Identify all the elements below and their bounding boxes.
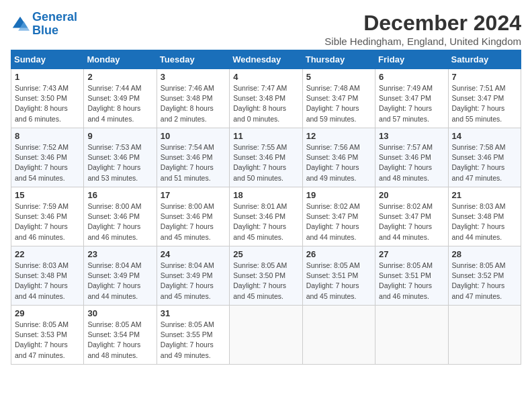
- day-number: 14: [452, 131, 517, 141]
- day-info: Sunrise: 8:03 AM Sunset: 3:48 PM Dayligh…: [15, 261, 80, 302]
- calendar-cell: 2Sunrise: 7:44 AM Sunset: 3:49 PM Daylig…: [84, 69, 157, 128]
- logo-icon: [11, 15, 30, 34]
- calendar-cell: 21Sunrise: 8:03 AM Sunset: 3:48 PM Dayli…: [448, 187, 521, 246]
- day-info: Sunrise: 7:53 AM Sunset: 3:46 PM Dayligh…: [87, 142, 152, 183]
- calendar-week-row: 15Sunrise: 7:59 AM Sunset: 3:46 PM Dayli…: [11, 187, 521, 246]
- calendar-cell: 12Sunrise: 7:56 AM Sunset: 3:46 PM Dayli…: [302, 128, 375, 187]
- logo: General Blue: [11, 11, 77, 38]
- day-info: Sunrise: 7:44 AM Sunset: 3:49 PM Dayligh…: [87, 83, 152, 124]
- day-header-friday: Friday: [375, 50, 448, 69]
- day-info: Sunrise: 8:01 AM Sunset: 3:46 PM Dayligh…: [233, 201, 298, 242]
- day-number: 1: [15, 72, 80, 82]
- calendar-cell: 4Sunrise: 7:47 AM Sunset: 3:48 PM Daylig…: [230, 69, 302, 128]
- calendar-cell: [230, 306, 302, 365]
- day-info: Sunrise: 7:56 AM Sunset: 3:46 PM Dayligh…: [306, 142, 371, 183]
- calendar-cell: 13Sunrise: 7:57 AM Sunset: 3:46 PM Dayli…: [375, 128, 448, 187]
- day-number: 7: [452, 72, 517, 82]
- day-number: 29: [15, 308, 80, 318]
- day-header-sunday: Sunday: [11, 50, 84, 69]
- calendar-cell: 10Sunrise: 7:54 AM Sunset: 3:46 PM Dayli…: [157, 128, 229, 187]
- calendar-cell: 24Sunrise: 8:04 AM Sunset: 3:49 PM Dayli…: [157, 246, 229, 306]
- calendar-cell: 18Sunrise: 8:01 AM Sunset: 3:46 PM Dayli…: [230, 187, 302, 246]
- calendar-cell: 20Sunrise: 8:02 AM Sunset: 3:47 PM Dayli…: [375, 187, 448, 246]
- day-info: Sunrise: 8:02 AM Sunset: 3:47 PM Dayligh…: [306, 201, 371, 242]
- day-info: Sunrise: 7:48 AM Sunset: 3:47 PM Dayligh…: [306, 83, 371, 124]
- day-header-wednesday: Wednesday: [230, 50, 302, 69]
- calendar-cell: [448, 306, 521, 365]
- day-number: 28: [452, 249, 517, 259]
- day-info: Sunrise: 7:43 AM Sunset: 3:50 PM Dayligh…: [15, 83, 80, 124]
- day-number: 3: [161, 72, 226, 82]
- day-header-thursday: Thursday: [302, 50, 375, 69]
- day-number: 26: [306, 249, 371, 259]
- calendar-cell: 9Sunrise: 7:53 AM Sunset: 3:46 PM Daylig…: [84, 128, 157, 187]
- calendar-cell: 16Sunrise: 8:00 AM Sunset: 3:46 PM Dayli…: [84, 187, 157, 246]
- day-info: Sunrise: 8:04 AM Sunset: 3:49 PM Dayligh…: [87, 261, 152, 302]
- day-number: 31: [161, 308, 226, 318]
- day-number: 16: [87, 190, 152, 200]
- day-number: 6: [379, 72, 444, 82]
- day-info: Sunrise: 8:03 AM Sunset: 3:48 PM Dayligh…: [452, 201, 517, 242]
- day-number: 19: [306, 190, 371, 200]
- day-number: 21: [452, 190, 517, 200]
- day-number: 10: [161, 131, 226, 141]
- calendar-cell: 26Sunrise: 8:05 AM Sunset: 3:51 PM Dayli…: [302, 246, 375, 306]
- day-header-monday: Monday: [84, 50, 157, 69]
- day-number: 25: [233, 249, 298, 259]
- calendar-week-row: 8Sunrise: 7:52 AM Sunset: 3:46 PM Daylig…: [11, 128, 521, 187]
- calendar-cell: 3Sunrise: 7:46 AM Sunset: 3:48 PM Daylig…: [157, 69, 229, 128]
- day-number: 13: [379, 131, 444, 141]
- day-number: 24: [161, 249, 226, 259]
- day-info: Sunrise: 7:57 AM Sunset: 3:46 PM Dayligh…: [379, 142, 444, 183]
- day-number: 11: [233, 131, 298, 141]
- day-info: Sunrise: 8:00 AM Sunset: 3:46 PM Dayligh…: [87, 201, 152, 242]
- day-header-tuesday: Tuesday: [157, 50, 229, 69]
- calendar-cell: 8Sunrise: 7:52 AM Sunset: 3:46 PM Daylig…: [11, 128, 84, 187]
- day-number: 12: [306, 131, 371, 141]
- calendar-cell: 31Sunrise: 8:05 AM Sunset: 3:55 PM Dayli…: [157, 306, 229, 365]
- day-number: 5: [306, 72, 371, 82]
- calendar-cell: 6Sunrise: 7:49 AM Sunset: 3:47 PM Daylig…: [375, 69, 448, 128]
- day-info: Sunrise: 8:05 AM Sunset: 3:50 PM Dayligh…: [233, 261, 298, 302]
- day-number: 18: [233, 190, 298, 200]
- calendar-cell: 17Sunrise: 8:00 AM Sunset: 3:46 PM Dayli…: [157, 187, 229, 246]
- calendar-cell: 25Sunrise: 8:05 AM Sunset: 3:50 PM Dayli…: [230, 246, 302, 306]
- calendar-week-row: 22Sunrise: 8:03 AM Sunset: 3:48 PM Dayli…: [11, 246, 521, 306]
- calendar-cell: 15Sunrise: 7:59 AM Sunset: 3:46 PM Dayli…: [11, 187, 84, 246]
- day-info: Sunrise: 7:51 AM Sunset: 3:47 PM Dayligh…: [452, 83, 517, 124]
- day-number: 4: [233, 72, 298, 82]
- calendar-cell: 19Sunrise: 8:02 AM Sunset: 3:47 PM Dayli…: [302, 187, 375, 246]
- calendar-cell: 29Sunrise: 8:05 AM Sunset: 3:53 PM Dayli…: [11, 306, 84, 365]
- day-info: Sunrise: 8:02 AM Sunset: 3:47 PM Dayligh…: [379, 201, 444, 242]
- location-subtitle: Sible Hedingham, England, United Kingdom: [324, 36, 521, 47]
- day-number: 8: [15, 131, 80, 141]
- day-info: Sunrise: 8:00 AM Sunset: 3:46 PM Dayligh…: [161, 201, 226, 242]
- calendar-header-row: SundayMondayTuesdayWednesdayThursdayFrid…: [11, 50, 521, 69]
- day-number: 2: [87, 72, 152, 82]
- calendar-cell: 11Sunrise: 7:55 AM Sunset: 3:46 PM Dayli…: [230, 128, 302, 187]
- day-info: Sunrise: 8:05 AM Sunset: 3:52 PM Dayligh…: [452, 261, 517, 302]
- day-header-saturday: Saturday: [448, 50, 521, 69]
- calendar-cell: 22Sunrise: 8:03 AM Sunset: 3:48 PM Dayli…: [11, 246, 84, 306]
- calendar-table: SundayMondayTuesdayWednesdayThursdayFrid…: [11, 50, 521, 365]
- logo-text: General Blue: [32, 11, 77, 38]
- calendar-cell: 27Sunrise: 8:05 AM Sunset: 3:51 PM Dayli…: [375, 246, 448, 306]
- day-info: Sunrise: 7:59 AM Sunset: 3:46 PM Dayligh…: [15, 201, 80, 242]
- day-number: 20: [379, 190, 444, 200]
- day-info: Sunrise: 7:55 AM Sunset: 3:46 PM Dayligh…: [233, 142, 298, 183]
- day-number: 23: [87, 249, 152, 259]
- day-number: 30: [87, 308, 152, 318]
- calendar-cell: 7Sunrise: 7:51 AM Sunset: 3:47 PM Daylig…: [448, 69, 521, 128]
- day-info: Sunrise: 7:46 AM Sunset: 3:48 PM Dayligh…: [161, 83, 226, 124]
- day-info: Sunrise: 7:52 AM Sunset: 3:46 PM Dayligh…: [15, 142, 80, 183]
- calendar-cell: [375, 306, 448, 365]
- month-title: December 2024: [324, 11, 521, 36]
- calendar-week-row: 29Sunrise: 8:05 AM Sunset: 3:53 PM Dayli…: [11, 306, 521, 365]
- calendar-cell: [302, 306, 375, 365]
- day-info: Sunrise: 7:49 AM Sunset: 3:47 PM Dayligh…: [379, 83, 444, 124]
- calendar-cell: 14Sunrise: 7:58 AM Sunset: 3:46 PM Dayli…: [448, 128, 521, 187]
- day-info: Sunrise: 8:05 AM Sunset: 3:54 PM Dayligh…: [87, 320, 152, 361]
- calendar-cell: 5Sunrise: 7:48 AM Sunset: 3:47 PM Daylig…: [302, 69, 375, 128]
- calendar-week-row: 1Sunrise: 7:43 AM Sunset: 3:50 PM Daylig…: [11, 69, 521, 128]
- day-info: Sunrise: 8:05 AM Sunset: 3:53 PM Dayligh…: [15, 320, 80, 361]
